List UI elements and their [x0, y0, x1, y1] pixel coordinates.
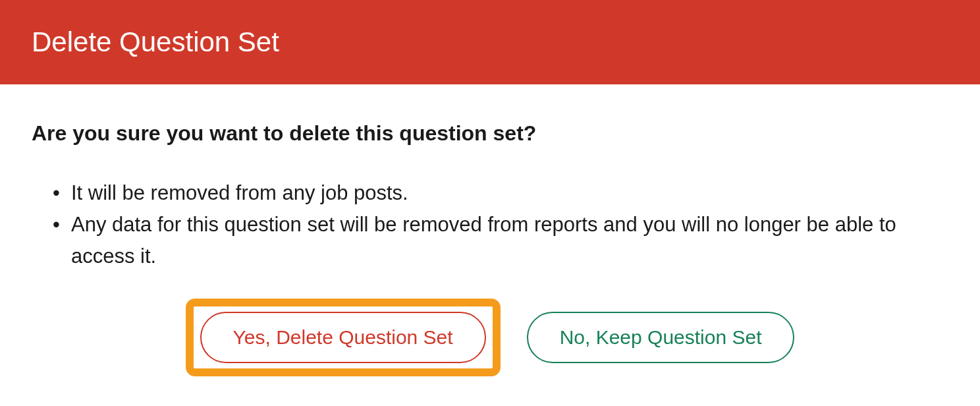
highlight-box: Yes, Delete Question Set [186, 299, 501, 376]
confirm-question: Are you sure you want to delete this que… [32, 121, 948, 146]
consequence-list: It will be removed from any job posts. A… [32, 177, 948, 272]
list-item: Any data for this question set will be r… [53, 209, 948, 272]
list-item: It will be removed from any job posts. [53, 177, 948, 209]
dialog-header: Delete Question Set [0, 0, 980, 84]
dialog-title: Delete Question Set [32, 26, 279, 57]
delete-button[interactable]: Yes, Delete Question Set [200, 312, 486, 363]
button-row: Yes, Delete Question Set No, Keep Questi… [32, 299, 948, 390]
delete-confirm-dialog: Delete Question Set Are you sure you wan… [0, 0, 980, 406]
keep-button[interactable]: No, Keep Question Set [527, 312, 795, 363]
dialog-body: Are you sure you want to delete this que… [0, 84, 980, 390]
